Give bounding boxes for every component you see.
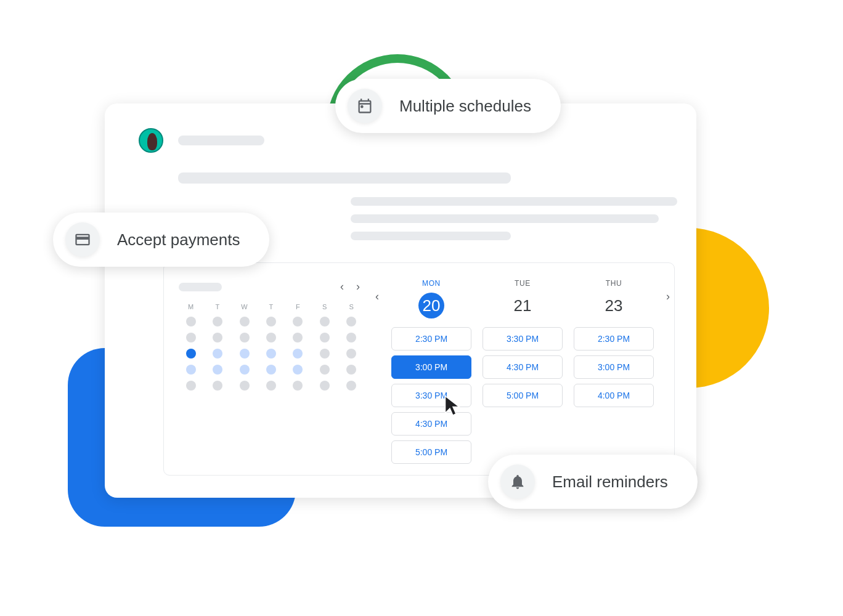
desc-line-1 (351, 197, 677, 206)
card-icon (65, 222, 100, 257)
calendar-day (293, 381, 303, 391)
calendar-day (266, 333, 276, 342)
calendar-day (213, 381, 222, 391)
day-of-week: MON (422, 279, 441, 288)
calendar-day (266, 381, 276, 391)
feature-chip-accept-payments: Accept payments (53, 213, 269, 267)
timeslot-area: ‹ MON202:30 PM3:00 PM3:30 PM4:30 PM5:00 … (371, 279, 674, 464)
timeslot-button-selected[interactable]: 3:00 PM (391, 355, 471, 379)
calendar-day (320, 381, 330, 391)
weekday: T (259, 303, 283, 310)
weekday: W (232, 303, 256, 310)
calendar-day-available[interactable] (266, 365, 276, 375)
day-column: MON202:30 PM3:00 PM3:30 PM4:30 PM5:00 PM (388, 279, 474, 464)
chip-label: Accept payments (117, 230, 240, 249)
calendar-day (320, 365, 330, 375)
timeslot-button[interactable]: 2:30 PM (391, 327, 471, 351)
calendar-day (240, 317, 250, 326)
desc-line-2 (351, 214, 659, 223)
weekday-header: MTWTFSS (179, 303, 364, 310)
month-label-placeholder (179, 283, 222, 291)
calendar-grid (179, 317, 364, 391)
day-column: THU232:30 PM3:00 PM4:00 PM (571, 279, 657, 464)
next-month-button[interactable]: › (352, 279, 364, 294)
day-number[interactable]: 21 (510, 293, 536, 318)
calendar-day-available[interactable] (293, 365, 303, 375)
feature-chip-email-reminders: Email reminders (488, 455, 698, 509)
prev-day-button[interactable]: ‹ (371, 279, 383, 303)
calendar-day-available[interactable] (186, 365, 196, 375)
calendar-day (213, 333, 222, 342)
booking-card: ‹ › MTWTFSS ‹ MON202:30 PM3:00 PM3:30 PM… (105, 103, 696, 498)
calendar-icon (348, 89, 382, 123)
calendar-day (320, 349, 330, 359)
avatar (139, 128, 163, 153)
weekday: M (179, 303, 203, 310)
calendar-day (266, 317, 276, 326)
calendar-day-available[interactable] (213, 365, 222, 375)
prev-month-button[interactable]: ‹ (336, 279, 348, 294)
timeslot-button[interactable]: 3:00 PM (574, 355, 654, 379)
feature-chip-multiple-schedules: Multiple schedules (335, 79, 561, 133)
title-placeholder (178, 172, 511, 184)
weekday: F (286, 303, 310, 310)
day-number[interactable]: 23 (601, 293, 627, 318)
weekday: T (205, 303, 229, 310)
day-column: TUE213:30 PM4:30 PM5:00 PM (479, 279, 566, 464)
timeslot-button[interactable]: 5:00 PM (391, 440, 471, 464)
cursor-icon (444, 394, 462, 416)
calendar-day (346, 349, 356, 359)
timeslot-button[interactable]: 3:30 PM (483, 327, 563, 351)
day-number[interactable]: 20 (418, 293, 444, 318)
mini-calendar: ‹ › MTWTFSS (179, 279, 364, 464)
chip-label: Multiple schedules (399, 97, 531, 116)
calendar-day (320, 317, 330, 326)
calendar-day (346, 317, 356, 326)
timeslot-button[interactable]: 5:00 PM (483, 384, 563, 407)
bell-icon (500, 464, 535, 499)
calendar-day (293, 317, 303, 326)
calendar-day (186, 333, 196, 342)
booking-panel: ‹ › MTWTFSS ‹ MON202:30 PM3:00 PM3:30 PM… (163, 262, 675, 476)
calendar-day-available[interactable] (213, 349, 222, 359)
chip-label: Email reminders (552, 472, 668, 492)
calendar-day-available[interactable] (293, 349, 303, 359)
timeslot-button[interactable]: 2:30 PM (574, 327, 654, 351)
calendar-day-available[interactable] (240, 365, 250, 375)
calendar-day (346, 365, 356, 375)
next-day-button[interactable]: › (662, 279, 674, 303)
calendar-day-selected[interactable] (186, 349, 196, 359)
day-of-week: TUE (515, 279, 531, 288)
calendar-day (346, 333, 356, 342)
weekday: S (312, 303, 336, 310)
host-name-placeholder (178, 136, 264, 145)
calendar-day (213, 317, 222, 326)
calendar-day-available[interactable] (240, 349, 250, 359)
calendar-day-available[interactable] (266, 349, 276, 359)
calendar-day (293, 333, 303, 342)
day-of-week: THU (606, 279, 622, 288)
desc-line-3 (351, 232, 511, 240)
calendar-day (240, 333, 250, 342)
timeslot-button[interactable]: 4:00 PM (574, 384, 654, 407)
calendar-day (320, 333, 330, 342)
timeslot-button[interactable]: 4:30 PM (483, 355, 563, 379)
weekday: S (340, 303, 364, 310)
calendar-day (186, 381, 196, 391)
calendar-day (346, 381, 356, 391)
calendar-day (186, 317, 196, 326)
calendar-day (240, 381, 250, 391)
